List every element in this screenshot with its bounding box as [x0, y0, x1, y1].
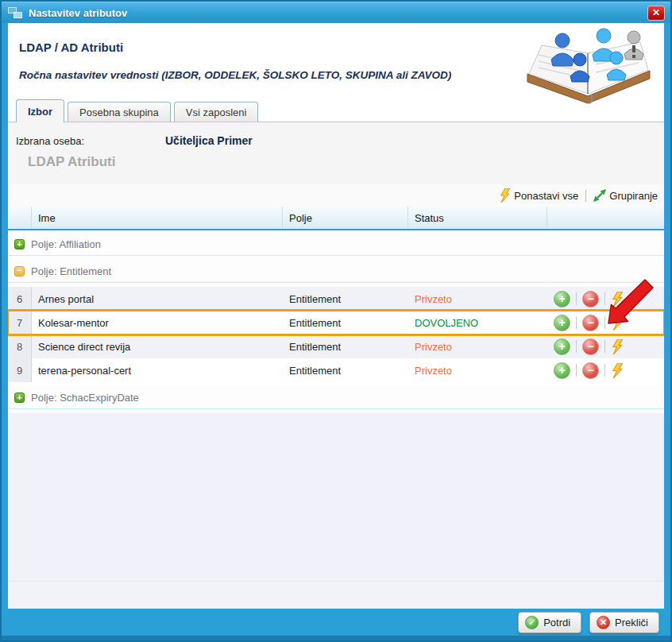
dialog-content: LDAP / AD Atributi Ročna nastavitev vred…: [8, 23, 664, 609]
status-badge: Privzeto: [408, 335, 547, 358]
footer-bar: ✓ Potrdi ✕ Prekliči: [2, 609, 670, 640]
section-title: LDAP Atributi: [28, 154, 656, 170]
cell-ime: Kolesar-mentor: [32, 311, 283, 335]
group-label: Polje: Entitlement: [31, 265, 111, 277]
cell-polje: Entitlement: [283, 287, 408, 311]
add-circle-icon[interactable]: +: [554, 315, 570, 331]
remove-circle-icon[interactable]: −: [582, 315, 599, 331]
directory-book-icon: [521, 26, 655, 104]
column-header-actions[interactable]: [547, 207, 664, 229]
status-badge: DOVOLJENO: [408, 311, 547, 335]
expand-plus-icon[interactable]: +: [14, 393, 25, 403]
grouping-button[interactable]: Grupiranje: [593, 189, 658, 202]
tab-vsi-zaposleni[interactable]: Vsi zaposleni: [174, 102, 259, 122]
dialog-header: LDAP / AD Atributi Ročna nastavitev vred…: [8, 23, 664, 99]
selected-person-value: Učiteljica Primer: [165, 134, 253, 147]
column-header-number[interactable]: [8, 207, 32, 229]
row-actions: +−: [547, 287, 664, 311]
status-badge: Privzeto: [408, 287, 547, 311]
expand-plus-icon[interactable]: +: [14, 239, 25, 249]
table-row[interactable]: 8 Science direct revija Entitlement Priv…: [8, 335, 664, 358]
window-cascade-icon: [8, 7, 23, 19]
column-header-ime[interactable]: Ime: [32, 207, 283, 229]
reset-all-button[interactable]: Ponastavi vse: [499, 188, 578, 203]
remove-circle-icon[interactable]: −: [582, 362, 599, 379]
cell-polje: Entitlement: [283, 358, 408, 382]
status-badge: Privzeto: [408, 358, 547, 382]
add-circle-icon[interactable]: +: [554, 338, 570, 355]
column-header-polje[interactable]: Polje: [283, 207, 408, 229]
table-row[interactable]: 6 Arnes portal Entitlement Privzeto +−: [8, 287, 664, 311]
row-number: 6: [8, 287, 32, 311]
check-circle-icon: ✓: [525, 616, 539, 629]
confirm-button[interactable]: ✓ Potrdi: [518, 612, 581, 633]
remove-circle-icon[interactable]: −: [582, 338, 599, 355]
group-row-affiliation[interactable]: + Polje: Affiliation: [8, 233, 664, 256]
window-title: Nastavitev atributov: [29, 7, 127, 19]
table-body: + Polje: Affiliation − Polje: Entitlemen…: [8, 230, 664, 609]
table-row-highlighted[interactable]: 7 Kolesar-mentor Entitlement DOVOLJENO +…: [8, 311, 664, 335]
lightning-bolt-icon[interactable]: [611, 363, 624, 378]
group-arrows-icon: [593, 189, 606, 202]
group-row-entitlement[interactable]: − Polje: Entitlement: [8, 260, 664, 283]
table-row[interactable]: 9 terena-personal-cert Entitlement Privz…: [8, 358, 664, 382]
cell-polje: Entitlement: [283, 311, 408, 335]
row-actions: +−: [547, 335, 664, 358]
table-header: Ime Polje Status: [8, 207, 664, 230]
cell-ime: terena-personal-cert: [32, 358, 283, 382]
cell-ime: Science direct revija: [32, 335, 283, 358]
grid-toolbar: Ponastavi vse Grupiranje: [8, 184, 664, 207]
add-circle-icon[interactable]: +: [554, 362, 570, 379]
row-actions: +−: [547, 358, 664, 382]
lightning-bolt-icon[interactable]: [611, 339, 624, 354]
group-label: Polje: SchacExpiryDate: [31, 392, 139, 404]
column-header-status[interactable]: Status: [408, 207, 547, 229]
row-number: 9: [8, 358, 32, 382]
group-row-schacexpirydate[interactable]: + Polje: SchacExpiryDate: [8, 386, 664, 409]
selected-person-panel: Izbrana oseba: Učiteljica Primer LDAP At…: [8, 122, 664, 184]
grid-empty-area: [8, 413, 664, 582]
add-circle-icon[interactable]: +: [554, 291, 570, 307]
tab-izbor[interactable]: Izbor: [16, 99, 64, 122]
cell-ime: Arnes portal: [32, 287, 283, 311]
page-subtitle: Ročna nastavitev vrednosti (IZBOR, ODDEL…: [19, 69, 451, 81]
row-actions: +−: [547, 311, 664, 335]
cancel-button[interactable]: ✕ Prekliči: [589, 612, 659, 633]
lightning-bolt-icon[interactable]: [611, 315, 624, 331]
remove-circle-icon[interactable]: −: [582, 291, 599, 307]
selected-person-label: Izbrana oseba:: [16, 135, 165, 147]
toolbar-separator: [585, 190, 586, 202]
lightning-bolt-icon[interactable]: [611, 292, 624, 307]
row-number: 7: [8, 311, 32, 335]
title-bar: Nastavitev atributov ✕: [2, 2, 670, 23]
group-label: Polje: Affiliation: [31, 238, 101, 250]
x-circle-icon: ✕: [597, 616, 610, 629]
page-title: LDAP / AD Atributi: [19, 41, 123, 54]
dialog-window: Nastavitev atributov ✕ LDAP / AD Atribut…: [0, 0, 672, 642]
lightning-bolt-icon: [499, 188, 511, 203]
collapse-minus-icon[interactable]: −: [14, 266, 25, 277]
row-number: 8: [8, 335, 32, 358]
tab-posebna-skupina[interactable]: Posebna skupina: [68, 102, 171, 122]
cell-polje: Entitlement: [283, 335, 408, 358]
close-icon[interactable]: ✕: [647, 6, 665, 21]
grid-footer-strip: [8, 582, 664, 609]
